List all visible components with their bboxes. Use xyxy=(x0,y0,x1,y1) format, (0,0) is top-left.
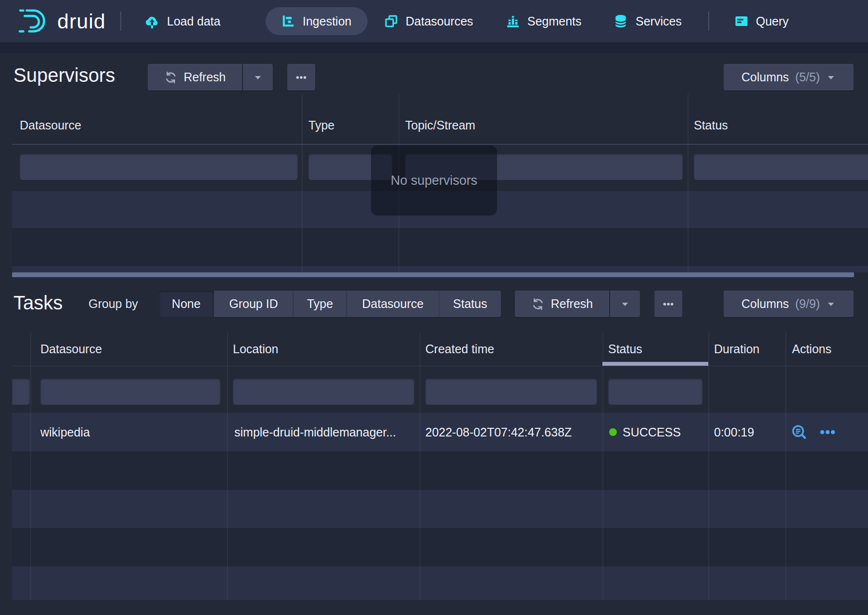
nav-item-load-data[interactable]: Load data xyxy=(144,0,220,42)
column-divider xyxy=(688,94,689,272)
refresh-label: Refresh xyxy=(184,70,226,84)
cell-duration[interactable]: 0:00:19 xyxy=(714,413,781,451)
cell-status[interactable]: SUCCESS xyxy=(609,413,705,451)
cell-datasource[interactable]: wikipedia xyxy=(40,413,223,451)
supervisors-horizontal-scrollbar[interactable] xyxy=(12,272,854,277)
tasks-refresh-button[interactable]: Refresh xyxy=(515,291,609,317)
supervisors-header-divider xyxy=(12,144,868,145)
tasks-refresh-interval-button[interactable] xyxy=(610,291,640,317)
table-row xyxy=(12,528,868,566)
database-icon xyxy=(613,13,628,29)
nav-item-query[interactable]: Query xyxy=(734,0,789,42)
nav-item-label: Datasources xyxy=(406,14,473,28)
druid-logo[interactable]: druid xyxy=(18,0,106,42)
group-by-label: Group by xyxy=(89,291,138,317)
tasks-header-created-time[interactable]: Created time xyxy=(425,332,494,366)
tasks-header-datasource[interactable]: Datasource xyxy=(40,332,102,366)
refresh-icon xyxy=(164,71,178,84)
supervisors-more-button[interactable] xyxy=(287,64,315,90)
chevron-down-icon xyxy=(253,73,263,82)
stacked-bar-chart-icon xyxy=(506,14,520,28)
brand-name: druid xyxy=(57,10,106,33)
group-by-type-button[interactable]: Type xyxy=(293,291,346,317)
column-divider xyxy=(602,332,603,600)
task-actions-more-icon[interactable] xyxy=(818,423,837,441)
supervisors-header-topic-stream[interactable]: Topic/Stream xyxy=(405,106,475,144)
table-row xyxy=(12,451,868,490)
nav-divider xyxy=(120,12,121,31)
table-row xyxy=(12,566,868,600)
nav-item-label: Ingestion xyxy=(303,14,351,28)
console-icon xyxy=(734,14,749,28)
supervisors-refresh-interval-button[interactable] xyxy=(243,64,273,90)
empty-message: No supervisors xyxy=(391,173,477,188)
table-row xyxy=(12,490,868,528)
columns-label: Columns xyxy=(741,297,789,311)
nav-item-label: Segments xyxy=(527,14,582,28)
tasks-header-duration[interactable]: Duration xyxy=(714,332,760,366)
group-by-status-button[interactable]: Status xyxy=(439,291,501,317)
more-icon xyxy=(295,71,307,84)
top-nav-bar: druid Load data Ingestion xyxy=(0,0,868,42)
nav-item-datasources[interactable]: Datasources xyxy=(384,0,473,42)
nav-divider xyxy=(708,12,709,31)
nav-item-label: Query xyxy=(756,14,789,28)
nav-item-segments[interactable]: Segments xyxy=(506,0,582,42)
more-icon xyxy=(662,298,675,310)
tasks-filter-datasource[interactable] xyxy=(40,378,220,405)
refresh-icon xyxy=(531,297,545,311)
group-by-datasource-button[interactable]: Datasource xyxy=(346,291,439,317)
columns-count: (9/9) xyxy=(795,297,820,311)
cell-location[interactable]: simple-druid-middlemanager... xyxy=(234,413,416,451)
chevron-down-icon xyxy=(826,299,836,309)
column-divider xyxy=(708,332,709,600)
columns-count: (5/5) xyxy=(795,70,820,84)
tasks-more-button[interactable] xyxy=(654,291,682,317)
table-row xyxy=(12,228,868,266)
no-supervisors-overlay: No supervisors xyxy=(371,145,497,216)
column-divider xyxy=(30,332,31,600)
supervisors-header-type[interactable]: Type xyxy=(308,106,334,144)
supervisors-header-status[interactable]: Status xyxy=(694,106,728,144)
status-success-dot xyxy=(609,428,617,436)
supervisors-header-datasource[interactable]: Datasource xyxy=(20,106,81,144)
group-by-none-button[interactable]: None xyxy=(159,291,214,317)
tasks-header-status[interactable]: Status xyxy=(608,332,642,366)
tasks-filter-location[interactable] xyxy=(233,378,414,405)
column-divider xyxy=(227,332,228,600)
chevron-down-icon xyxy=(826,73,836,82)
group-by-group-id-button[interactable]: Group ID xyxy=(214,291,293,317)
tasks-filter-status[interactable] xyxy=(608,378,702,405)
column-divider xyxy=(420,332,421,600)
tasks-header-location[interactable]: Location xyxy=(233,332,279,366)
tasks-filter-task-id-cut[interactable] xyxy=(12,378,30,405)
stacked-squares-icon xyxy=(384,14,398,28)
nav-item-ingestion[interactable]: Ingestion xyxy=(281,0,351,42)
status-sort-indicator xyxy=(602,362,708,366)
nav-item-label: Services xyxy=(636,14,682,28)
refresh-label: Refresh xyxy=(551,297,593,311)
column-divider xyxy=(302,94,303,272)
task-details-magnifier-icon[interactable] xyxy=(791,423,808,441)
table-row xyxy=(12,266,868,272)
status-text: SUCCESS xyxy=(623,425,681,439)
supervisors-filter-datasource[interactable] xyxy=(20,154,298,180)
tasks-header-actions[interactable]: Actions xyxy=(792,332,831,366)
cell-created-time[interactable]: 2022-08-02T07:42:47.638Z xyxy=(425,413,599,451)
column-divider xyxy=(785,332,786,600)
druid-console: druid Load data Ingestion xyxy=(0,0,868,615)
tasks-title: Tasks xyxy=(13,292,63,314)
supervisors-filter-status[interactable] xyxy=(694,154,868,180)
supervisors-columns-button[interactable]: Columns (5/5) xyxy=(724,64,854,90)
supervisors-refresh-button[interactable]: Refresh xyxy=(148,64,242,90)
gantt-chart-icon xyxy=(281,14,295,28)
nav-item-services[interactable]: Services xyxy=(613,0,682,42)
chevron-down-icon xyxy=(620,299,630,309)
columns-label: Columns xyxy=(741,70,789,84)
cloud-upload-icon xyxy=(144,13,160,29)
nav-item-label: Load data xyxy=(167,14,220,28)
tasks-filter-created-time[interactable] xyxy=(425,378,597,405)
druid-logo-icon xyxy=(18,7,50,35)
cell-actions xyxy=(791,413,863,451)
tasks-columns-button[interactable]: Columns (9/9) xyxy=(724,291,854,317)
